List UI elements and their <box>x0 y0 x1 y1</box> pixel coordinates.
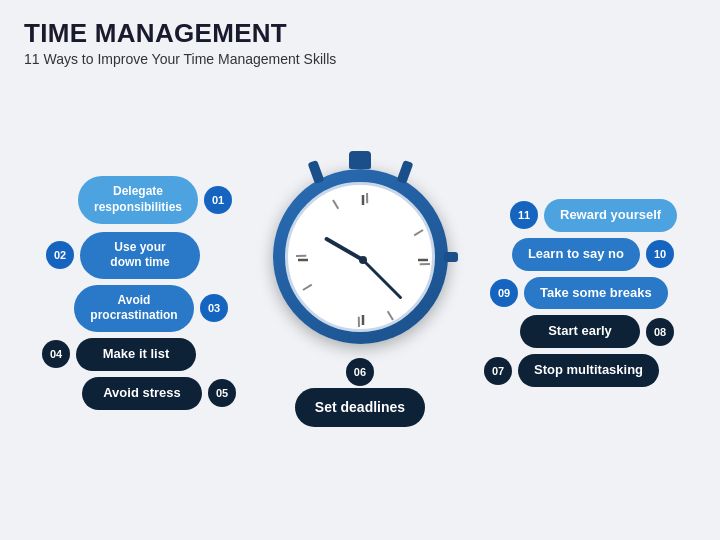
page-title: TIME MANAGEMENT <box>24 18 696 49</box>
page-header: TIME MANAGEMENT 11 Ways to Improve Your … <box>0 0 720 73</box>
left-column: Delegateresponsibilities 01 Use yourdown… <box>40 176 240 409</box>
page-subtitle: 11 Ways to Improve Your Time Management … <box>24 51 696 67</box>
item-08-pill: Start early <box>520 315 640 348</box>
item-04-pill: Make it list <box>76 338 196 371</box>
item-08: 08 Start early <box>520 315 674 348</box>
item-06-badge: 06 <box>346 358 374 386</box>
bottom-center-items: 06 Set deadlines <box>295 358 425 426</box>
item-08-badge: 08 <box>646 318 674 346</box>
item-05-pill: Avoid stress <box>82 377 202 410</box>
item-11: 11 Reward yourself <box>510 199 677 232</box>
item-02: Use yourdown time 02 <box>46 232 200 279</box>
svg-line-12 <box>327 239 363 260</box>
item-02-pill: Use yourdown time <box>80 232 200 279</box>
item-07-pill: Stop multitasking <box>518 354 659 387</box>
clock-ticks <box>288 185 438 335</box>
svg-line-13 <box>363 260 400 297</box>
item-03: Avoidprocrastination 03 <box>74 285 228 332</box>
item-09: 09 Take some breaks <box>490 277 668 310</box>
item-07: 07 Stop multitasking <box>484 354 659 387</box>
item-06-container: 06 Set deadlines <box>295 358 425 426</box>
item-10-pill: Learn to say no <box>512 238 640 271</box>
clock-outer <box>273 169 448 344</box>
item-03-badge: 03 <box>200 294 228 322</box>
svg-line-1 <box>414 227 423 237</box>
clock <box>273 169 448 344</box>
clock-face <box>285 182 435 332</box>
item-04: Make it list 04 <box>42 338 196 371</box>
item-01: Delegateresponsibilities 01 <box>78 176 232 223</box>
right-column: 11 Reward yourself 10 Learn to say no 09… <box>480 199 680 387</box>
item-03-pill: Avoidprocrastination <box>74 285 194 332</box>
clock-crown-top <box>349 151 371 169</box>
main-area: Delegateresponsibilities 01 Use yourdown… <box>0 73 720 513</box>
item-09-pill: Take some breaks <box>524 277 668 310</box>
center-column: 06 Set deadlines <box>240 159 480 426</box>
svg-line-10 <box>331 200 341 209</box>
item-09-badge: 09 <box>490 279 518 307</box>
item-11-badge: 11 <box>510 201 538 229</box>
clock-button-left <box>307 160 324 184</box>
item-01-pill: Delegateresponsibilities <box>78 176 198 223</box>
svg-point-14 <box>359 256 367 264</box>
item-04-badge: 04 <box>42 340 70 368</box>
svg-line-4 <box>385 311 395 320</box>
item-05: Avoid stress 05 <box>82 377 236 410</box>
item-07-badge: 07 <box>484 357 512 385</box>
svg-line-7 <box>303 282 312 292</box>
item-11-pill: Reward yourself <box>544 199 677 232</box>
item-02-badge: 02 <box>46 241 74 269</box>
clock-button-right <box>396 160 413 184</box>
item-05-badge: 05 <box>208 379 236 407</box>
item-01-badge: 01 <box>204 186 232 214</box>
item-10-badge: 10 <box>646 240 674 268</box>
item-10: 10 Learn to say no <box>512 238 674 271</box>
clock-crown-side <box>444 252 458 262</box>
item-06-pill: Set deadlines <box>295 388 425 426</box>
